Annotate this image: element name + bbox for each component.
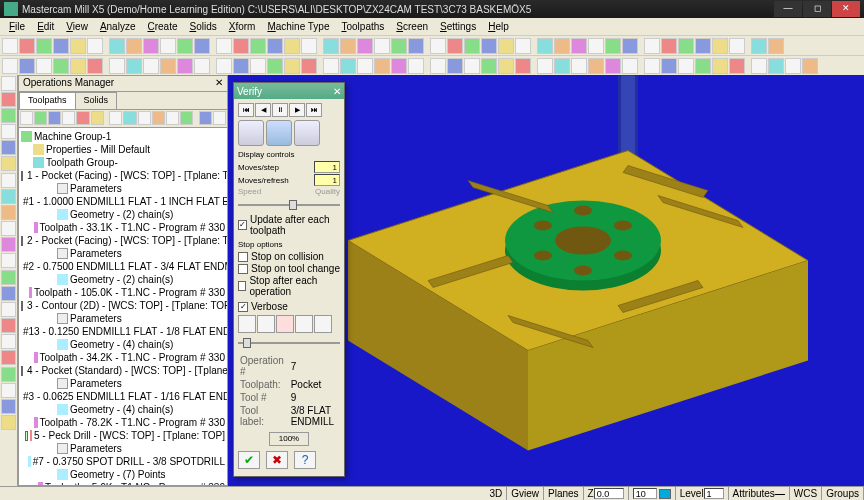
speed-slider[interactable] [238,198,340,212]
tool-button[interactable] [123,111,136,125]
tab-toolpaths[interactable]: Toolpaths [19,92,76,109]
tool-button[interactable] [374,58,390,74]
tool-button[interactable] [1,334,16,349]
tool-button[interactable] [160,58,176,74]
status-level-input[interactable] [704,488,724,499]
tool-button[interactable] [267,58,283,74]
minimize-button[interactable]: — [774,1,802,17]
tree-node[interactable]: #13 - 0.1250 ENDMILL1 FLAT - 1/8 FLAT EN… [21,325,225,338]
tool-button[interactable] [605,58,621,74]
tree-node[interactable]: Parameters [21,312,225,325]
tool-button[interactable] [143,58,159,74]
status-gview[interactable]: Gview [507,487,544,500]
tool-button[interactable] [712,58,728,74]
tool-button[interactable] [1,92,16,107]
rewind-button[interactable]: ⏮ [238,103,254,117]
tool-button[interactable] [605,38,621,54]
stop-collision-checkbox[interactable] [238,252,248,262]
tool-button[interactable] [644,38,660,54]
tool-button[interactable] [340,58,356,74]
menu-edit[interactable]: Edit [32,20,59,33]
tool-button[interactable] [76,111,89,125]
tool-button[interactable] [622,38,638,54]
tool-button[interactable] [481,58,497,74]
check-icon[interactable] [21,366,23,376]
tool-button[interactable] [1,415,16,430]
tool-button[interactable] [644,58,660,74]
tool-button[interactable] [729,58,745,74]
tool-button[interactable] [1,399,16,414]
tool-button[interactable] [34,111,47,125]
tree-node[interactable]: Geometry - (4) chain(s) [21,403,225,416]
status-z-input[interactable] [594,488,624,499]
tab-solids[interactable]: Solids [75,92,118,109]
tool-button[interactable] [430,38,446,54]
menu-machine-type[interactable]: Machine Type [262,20,334,33]
menu-analyze[interactable]: Analyze [95,20,141,33]
tree-node[interactable]: Toolpath - 78.2K - T1.NC - Program # 330 [21,416,225,429]
tool-button[interactable] [177,38,193,54]
mode-trueshape-button[interactable] [294,120,320,146]
tool-button[interactable] [62,111,75,125]
tool-button[interactable] [109,111,122,125]
tool-button[interactable] [588,58,604,74]
tool-button[interactable] [301,58,317,74]
tool-button[interactable] [768,58,784,74]
tree-node[interactable]: Properties - Mill Default [21,143,225,156]
progress-slider[interactable] [238,336,340,350]
percent-button[interactable]: 100% [269,432,309,446]
tool-button[interactable] [91,111,104,125]
tree-node[interactable]: Geometry - (2) chain(s) [21,208,225,221]
status-groups[interactable]: Groups [822,487,864,500]
tool-button[interactable] [1,205,16,220]
tree-node[interactable]: Parameters [21,377,225,390]
tree-node[interactable]: #3 - 0.0625 ENDMILL1 FLAT - 1/16 FLAT EN… [21,390,225,403]
tool-button[interactable] [1,302,16,317]
tool-button[interactable] [678,58,694,74]
tool-button[interactable] [802,58,818,74]
moves-refresh-input[interactable] [314,174,340,186]
tool-button[interactable] [729,38,745,54]
tool-button[interactable] [1,286,16,301]
tree-node[interactable]: Toolpath - 5.6K - T1.NC - Program # 330 [21,481,225,485]
tool-button[interactable] [180,111,193,125]
save-button[interactable] [314,315,332,333]
tree-node[interactable]: Toolpath Group- [21,156,225,169]
tool-button[interactable] [498,38,514,54]
tool-button[interactable] [554,58,570,74]
tool-button[interactable] [1,237,16,252]
tree-node[interactable]: Geometry - (2) chain(s) [21,273,225,286]
tool-button[interactable] [194,38,210,54]
tool-button[interactable] [1,318,16,333]
tool-button[interactable] [357,38,373,54]
step-fwd-button[interactable]: ▶ [289,103,305,117]
tool-button[interactable] [2,38,18,54]
update-checkbox[interactable]: ✓ [238,220,247,230]
tool-button[interactable] [250,38,266,54]
tree-node[interactable]: 1 - Pocket (Facing) - [WCS: TOP] - [Tpla… [21,169,225,182]
menu-solids[interactable]: Solids [184,20,221,33]
check-icon[interactable] [21,171,23,181]
section-button[interactable] [257,315,275,333]
tree-node[interactable]: #1 - 1.0000 ENDMILL1 FLAT - 1 INCH FLAT … [21,195,225,208]
tool-button[interactable] [284,38,300,54]
tool-button[interactable] [143,38,159,54]
tree-node[interactable]: 3 - Contour (2D) - [WCS: TOP] - [Tplane:… [21,299,225,312]
tree-node[interactable]: Machine Group-1 [21,130,225,143]
menu-create[interactable]: Create [142,20,182,33]
status-planes[interactable]: Planes [544,487,584,500]
tree-node[interactable]: Toolpath - 34.2K - T1.NC - Program # 330 [21,351,225,364]
tool-button[interactable] [498,58,514,74]
tool-button[interactable] [70,38,86,54]
tool-button[interactable] [233,38,249,54]
tool-button[interactable] [216,38,232,54]
menu-screen[interactable]: Screen [391,20,433,33]
tool-button[interactable] [87,38,103,54]
tool-button[interactable] [430,58,446,74]
tool-button[interactable] [53,38,69,54]
status-color-input[interactable] [633,488,657,499]
tool-button[interactable] [464,58,480,74]
toolpath-tree[interactable]: Machine Group-1Properties - Mill Default… [19,128,227,485]
tool-button[interactable] [695,58,711,74]
tool-button[interactable] [515,38,531,54]
